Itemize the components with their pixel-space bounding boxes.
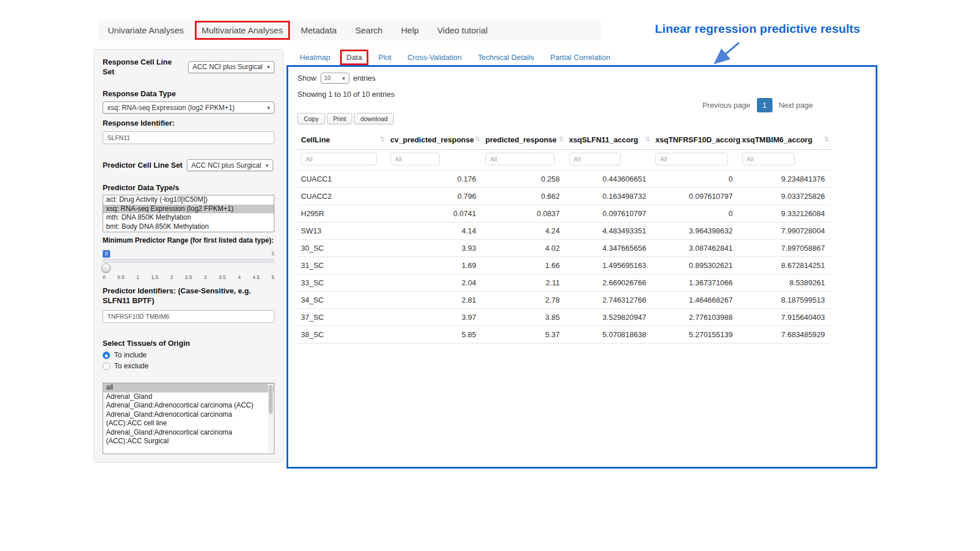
min-predictor-range-slider: 0 5 00.511.522.533.544.55 [103, 250, 274, 282]
cell-value: 0.258 [482, 171, 566, 188]
slider-handle[interactable] [101, 263, 111, 273]
slider-tick: 0 [103, 274, 105, 280]
cell-value: 3.964398632 [652, 222, 738, 240]
filter-input-cellline[interactable] [301, 153, 377, 165]
tissue-option[interactable]: Adrenal_Gland:Adrenocortical carcinoma (… [103, 428, 274, 446]
predictor-data-type-option[interactable]: mth: DNA 850K Methylation [103, 213, 274, 222]
cell-value: 3.93 [387, 240, 482, 257]
table-row: 34_SC2.812.782.7463127661.4646682678.187… [297, 292, 831, 309]
cell-line-name: 34_SC [297, 292, 387, 309]
column-header-cv-predicted-response[interactable]: cv_predicted_response⇅ [387, 130, 482, 150]
radio-icon[interactable] [103, 352, 110, 359]
tab-technical-details[interactable]: Technical Details [470, 50, 542, 65]
page-length-select[interactable]: 10 ▾ [321, 73, 349, 84]
sort-icon[interactable]: ⇅ [824, 135, 829, 143]
previous-page-button[interactable]: Previous page [697, 98, 755, 112]
radio-icon[interactable] [103, 363, 110, 370]
print-button[interactable]: Print [327, 113, 353, 124]
tissue-option[interactable]: Adrenal_Gland:Adrenocortical carcinoma (… [103, 401, 274, 410]
predictor-data-type-option[interactable]: bmt: Body DNA 850K Methylation [103, 222, 274, 232]
cell-value: 0.0837 [482, 205, 566, 222]
nav-item-search[interactable]: Search [346, 21, 392, 40]
filter-input-cv-predicted-response[interactable] [390, 153, 440, 165]
tab-heatmap[interactable]: Heatmap [292, 50, 338, 65]
table-row: H295R0.07410.08370.09761079709.332126084 [297, 205, 831, 222]
predictor-cell-line-set-select[interactable]: ACC NCI plus Surgical ▾ [187, 159, 273, 171]
tissue-option[interactable]: Adrenal_Gland:Adrenocortical carcinoma (… [103, 410, 274, 428]
sort-icon[interactable]: ⇅ [645, 135, 650, 143]
column-header-xsqtmbim6-accorg[interactable]: xsqTMBIM6_accorg⇅ [738, 130, 831, 150]
cell-value: 3.087462841 [652, 240, 738, 257]
nav-item-univariate-analyses[interactable]: Univariate Analyses [99, 21, 193, 40]
column-header-predicted-response[interactable]: predicted_response⇅ [482, 130, 566, 150]
slider-tick-labels: 00.511.522.533.544.55 [103, 274, 274, 280]
column-label: xsqSLFN11_accorg [569, 135, 638, 144]
filter-input-predicted-response[interactable] [485, 153, 555, 165]
response-data-type-select[interactable]: xsq: RNA-seq Expression (log2 FPKM+1) ▾ [103, 101, 274, 114]
cell-value: 0.176 [387, 171, 482, 188]
cell-value: 2.669026766 [566, 274, 652, 292]
nav-item-multivariate-analyses[interactable]: Multivariate Analyses [195, 21, 290, 40]
next-page-button[interactable]: Next page [774, 98, 818, 112]
results-table: CellLine⇅cv_predicted_response⇅predicted… [297, 130, 831, 344]
column-header-cellline[interactable]: CellLine⇅ [297, 130, 387, 150]
table-info: Showing 1 to 10 of 10 entries [297, 90, 868, 99]
nav-item-help[interactable]: Help [392, 21, 428, 40]
tissue-list[interactable]: allAdrenal_GlandAdrenal_Gland:Adrenocort… [103, 383, 274, 454]
response-identifier-input[interactable] [103, 131, 274, 144]
sort-icon[interactable]: ⇅ [380, 135, 385, 143]
predictor-identifiers-label: Predictor Identifiers: (Case-Sensitive, … [103, 286, 274, 305]
table-toolbar: CopyPrintdownload [297, 113, 868, 124]
cell-value: 8.5389261 [738, 274, 831, 292]
column-header-xsqslfn11-accorg[interactable]: xsqSLFN11_accorg⇅ [566, 130, 652, 150]
sort-icon[interactable]: ⇅ [732, 135, 737, 143]
cell-value: 0.097610797 [652, 188, 738, 205]
tab-cross-validation[interactable]: Cross-Validation [399, 50, 470, 65]
tissue-option[interactable]: all [103, 383, 274, 393]
column-label: predicted_response [485, 135, 557, 144]
tissue-option[interactable]: Adrenal_Gland [103, 393, 274, 402]
filter-input-xsqslfn11-accorg[interactable] [569, 153, 621, 165]
cell-value: 4.24 [482, 222, 566, 240]
predictor-data-type-list[interactable]: act: Drug Activity (-log10[IC50M])xsq: R… [103, 195, 274, 232]
sort-icon[interactable]: ⇅ [559, 135, 564, 143]
tab-plot[interactable]: Plot [370, 50, 399, 65]
tissue-radio-to-exclude[interactable]: To exclude [103, 362, 274, 370]
tab-data[interactable]: Data [340, 50, 368, 65]
tissue-radio-to-include[interactable]: To include [103, 351, 274, 359]
filter-input-xsqtnfrsf10d-accorg[interactable] [655, 153, 728, 165]
chevron-down-icon: ▾ [266, 163, 269, 168]
cell-line-name: 33_SC [297, 274, 387, 292]
cell-value: 3.529820947 [566, 309, 652, 326]
slider-track[interactable] [103, 259, 274, 263]
scrollbar-thumb[interactable] [269, 385, 273, 414]
predictor-cell-line-set-row: Predictor Cell Line Set ACC NCI plus Sur… [103, 159, 274, 171]
results-panel: Show 10 ▾ entries Showing 1 to 10 of 10 … [287, 65, 877, 469]
filter-cell [566, 150, 652, 171]
page-number-button[interactable]: 1 [757, 98, 772, 112]
filter-cell [652, 150, 738, 171]
nav-item-video-tutorial[interactable]: Video tutorial [428, 21, 497, 40]
nav-item-metadata[interactable]: Metadata [292, 21, 346, 40]
cell-value: 8.187599513 [738, 292, 831, 309]
cell-value: 0.097610797 [566, 205, 652, 222]
table-row: SW134.144.244.4834933513.9643986327.9907… [297, 222, 831, 240]
slider-tick: 2 [170, 274, 173, 280]
cell-value: 1.66 [482, 257, 566, 274]
tab-partial-correlation[interactable]: Partial Correlation [542, 50, 619, 65]
sort-icon[interactable]: ⇅ [475, 135, 480, 143]
table-row: CUACC20.7960.6620.1634987320.0976107979.… [297, 188, 831, 205]
copy-button[interactable]: Copy [297, 113, 325, 124]
response-cell-line-set-select[interactable]: ACC NCI plus Surgical ▾ [188, 61, 274, 73]
predictor-identifiers-input[interactable] [103, 310, 274, 323]
chevron-down-icon: ▾ [342, 76, 345, 81]
scrollbar[interactable] [268, 384, 273, 453]
predictor-data-type-option[interactable]: act: Drug Activity (-log10[IC50M]) [103, 195, 274, 205]
column-header-xsqtnfrsf10d-accorg[interactable]: xsqTNFRSF10D_accorg⇅ [652, 130, 738, 150]
predictor-data-type-option[interactable]: xsq: RNA-seq Expression (log2 FPKM+1) [103, 205, 274, 214]
cell-value: 0.0741 [387, 205, 482, 222]
cell-value: 0 [652, 205, 738, 222]
filter-input-xsqtmbim6-accorg[interactable] [742, 153, 795, 165]
download-button[interactable]: download [354, 113, 394, 124]
page-length-value: 10 [325, 75, 331, 81]
